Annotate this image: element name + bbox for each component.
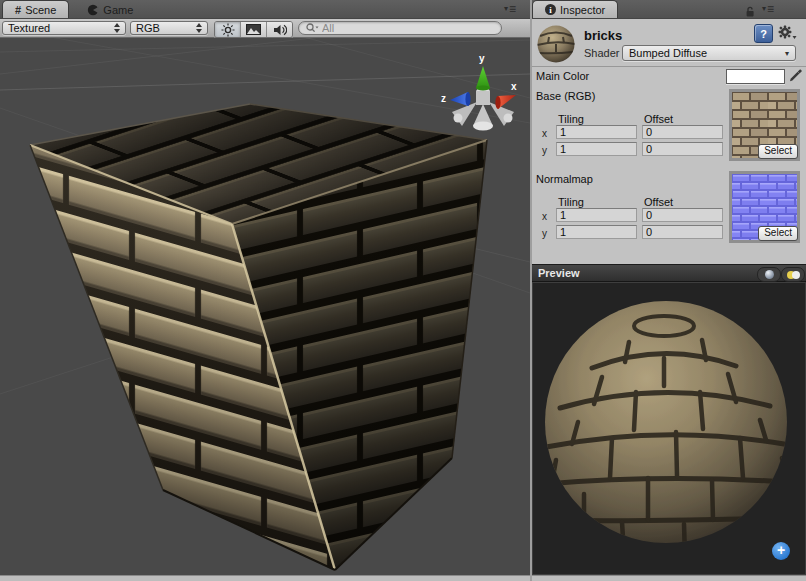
preview-viewport[interactable]: + bbox=[532, 282, 806, 575]
gizmo-z-axis[interactable] bbox=[450, 92, 471, 106]
scene-bottom-strip bbox=[0, 575, 530, 581]
base-offset-x-field[interactable] bbox=[642, 125, 723, 139]
normalmap-offset-x-field[interactable] bbox=[642, 208, 723, 222]
gear-icon[interactable] bbox=[777, 25, 797, 45]
tab-scene[interactable]: # Scene bbox=[2, 0, 69, 18]
material-name: bricks bbox=[584, 28, 622, 43]
base-texture-select-button[interactable]: Select bbox=[758, 144, 798, 159]
info-icon: i bbox=[545, 4, 556, 15]
preview-sphere bbox=[533, 283, 805, 574]
tab-scene-label: Scene bbox=[25, 4, 56, 16]
preview-zoom-button[interactable]: + bbox=[772, 542, 790, 560]
image-icon bbox=[246, 24, 261, 35]
sun-icon bbox=[221, 23, 235, 37]
gizmo-x-axis[interactable] bbox=[495, 95, 516, 109]
base-offset-label: Offset bbox=[644, 113, 673, 125]
render-mode-value: Textured bbox=[8, 22, 50, 34]
tab-game-label: Game bbox=[103, 4, 133, 16]
material-preview-sphere bbox=[536, 24, 576, 68]
base-texture-label: Base (RGB) bbox=[536, 90, 595, 102]
normalmap-tiling-label: Tiling bbox=[558, 196, 584, 208]
eyedropper-icon[interactable] bbox=[789, 68, 803, 87]
color-channel-value: RGB bbox=[136, 22, 160, 34]
gizmo-y-label: y bbox=[479, 53, 485, 64]
plus-icon: + bbox=[777, 542, 785, 558]
normalmap-y-row-label: y bbox=[542, 228, 547, 239]
grid-icon: # bbox=[15, 4, 21, 16]
material-header: bricks Shader ? bbox=[532, 19, 806, 67]
skybox-toggle-button[interactable] bbox=[241, 22, 267, 37]
inspector-tabstrip: i Inspector ▾≡ bbox=[532, 0, 806, 19]
gizmo-y-axis[interactable] bbox=[476, 66, 490, 91]
audio-toggle-button[interactable] bbox=[267, 22, 292, 37]
normalmap-label: Normalmap bbox=[536, 173, 593, 185]
normalmap-offset-y-field[interactable] bbox=[642, 225, 723, 239]
unity-editor-window: # Scene Game ▾≡ Textured bbox=[0, 0, 806, 581]
render-mode-dropdown[interactable]: Textured bbox=[2, 21, 126, 35]
preview-title: Preview bbox=[538, 267, 580, 279]
main-color-label: Main Color bbox=[536, 70, 589, 82]
shader-value: Bumped Diffuse bbox=[629, 47, 707, 59]
main-color-swatch[interactable] bbox=[726, 69, 785, 84]
scene-3d-view: y z x bbox=[0, 38, 530, 575]
inspector-bottom-strip bbox=[532, 575, 806, 581]
inspector-pane-menu-icon[interactable]: ▾≡ bbox=[762, 4, 774, 14]
base-tiling-y-field[interactable] bbox=[556, 142, 637, 156]
lighting-toggle-button[interactable] bbox=[215, 22, 241, 37]
base-texture-thumbnail[interactable]: Select bbox=[729, 89, 800, 161]
base-y-row-label: y bbox=[542, 145, 547, 156]
game-icon bbox=[87, 4, 99, 16]
brick-cube[interactable] bbox=[30, 104, 487, 570]
preview-header[interactable]: Preview bbox=[532, 264, 806, 282]
scene-toolbar: Textured RGB bbox=[0, 19, 530, 38]
chevron-down-icon: ▾ bbox=[785, 49, 789, 58]
base-tiling-label: Tiling bbox=[558, 113, 584, 125]
tab-inspector[interactable]: i Inspector bbox=[532, 0, 618, 18]
scene-search-field[interactable] bbox=[298, 21, 502, 35]
speaker-icon bbox=[273, 24, 287, 36]
shader-dropdown[interactable]: Bumped Diffuse ▾ bbox=[622, 45, 796, 61]
scene-viewport[interactable]: y z x bbox=[0, 38, 530, 575]
tab-inspector-label: Inspector bbox=[560, 4, 605, 16]
color-channel-dropdown[interactable]: RGB bbox=[130, 21, 208, 35]
inspector-pane: i Inspector ▾≡ bbox=[532, 0, 806, 581]
gizmo-x-label: x bbox=[511, 81, 517, 92]
normalmap-x-row-label: x bbox=[542, 211, 547, 222]
scene-pane-menu-icon[interactable]: ▾≡ bbox=[504, 4, 516, 14]
scene-pane: # Scene Game ▾≡ Textured bbox=[0, 0, 530, 581]
base-tiling-x-field[interactable] bbox=[556, 125, 637, 139]
preview-model-toggle[interactable] bbox=[757, 267, 781, 282]
sphere-icon bbox=[765, 270, 774, 279]
tab-game[interactable]: Game bbox=[75, 1, 145, 18]
normalmap-tiling-x-field[interactable] bbox=[556, 208, 637, 222]
updown-arrows-icon bbox=[196, 23, 202, 33]
gizmo-z-label: z bbox=[441, 93, 446, 104]
scene-toggle-group bbox=[214, 21, 293, 38]
search-input[interactable] bbox=[322, 22, 494, 34]
scene-tabstrip: # Scene Game ▾≡ bbox=[0, 0, 530, 19]
help-button[interactable]: ? bbox=[754, 24, 773, 43]
normalmap-offset-label: Offset bbox=[644, 196, 673, 208]
normalmap-thumbnail[interactable]: Select bbox=[729, 171, 800, 243]
material-properties: Main Color Base (RGB) bbox=[532, 67, 806, 264]
normalmap-tiling-y-field[interactable] bbox=[556, 225, 637, 239]
base-x-row-label: x bbox=[542, 128, 547, 139]
preview-lighting-toggle[interactable] bbox=[781, 267, 805, 282]
normalmap-select-button[interactable]: Select bbox=[758, 226, 798, 241]
base-offset-y-field[interactable] bbox=[642, 142, 723, 156]
search-icon bbox=[306, 23, 319, 33]
shader-label: Shader bbox=[584, 47, 619, 59]
light-white-icon bbox=[792, 271, 800, 279]
updown-arrows-icon bbox=[114, 23, 120, 33]
